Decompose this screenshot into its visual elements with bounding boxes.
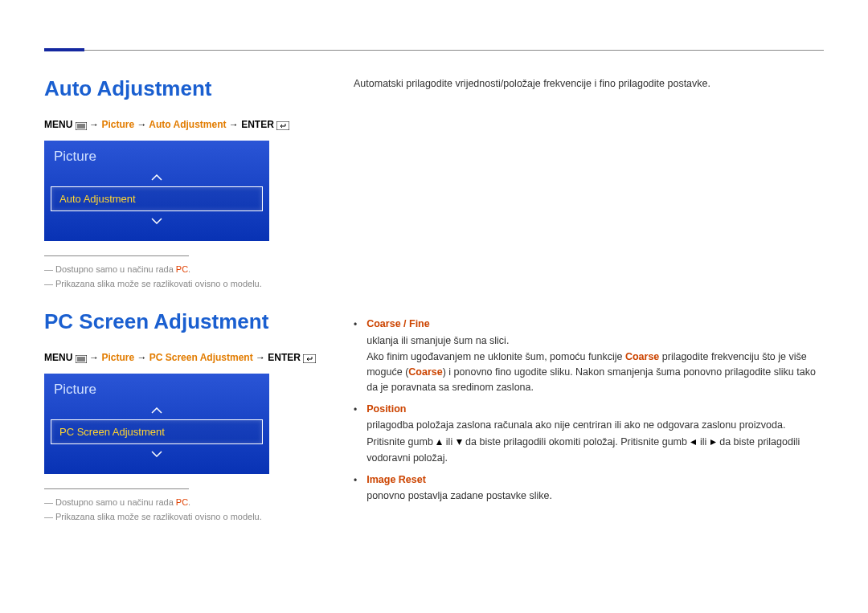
panel-title: Picture <box>51 147 263 168</box>
bullet-text: ili <box>697 436 709 447</box>
breadcrumb-arrow: → <box>137 352 146 363</box>
menu-item-pc-screen-adjustment[interactable]: PC Screen Adjustment <box>51 419 263 444</box>
bullet-text: ili <box>443 436 455 447</box>
divider <box>44 255 189 256</box>
bullet-text: uklanja ili smanjuje šum na slici. <box>366 333 824 349</box>
inline-coarse: Coarse <box>408 366 442 378</box>
inline-coarse: Coarse <box>625 351 659 362</box>
note-pc: PC <box>176 264 188 274</box>
note-text: Dostupno samo u načinu rada <box>55 264 176 274</box>
breadcrumb-auto-adj: Auto Adjustment <box>149 119 226 130</box>
svg-marker-10 <box>436 439 442 445</box>
triangle-down-icon <box>456 435 463 451</box>
bullet-image-reset: • Image Reset ponovno postavlja zadane p… <box>354 472 824 505</box>
breadcrumb-pc-screen-adj: PC Screen Adjustment <box>149 352 253 363</box>
breadcrumb-arrow: → <box>137 119 146 130</box>
breadcrumb-enter: ENTER <box>268 352 301 363</box>
bullet-text: Pritisnite gumb <box>366 436 436 447</box>
breadcrumb-arrow: → <box>89 352 99 363</box>
bullet-position: • Position prilagodba položaja zaslona r… <box>354 402 824 466</box>
note-text: . <box>188 264 190 274</box>
breadcrumb-arrow: → <box>256 352 265 363</box>
menu-panel-picture-2: Picture PC Screen Adjustment <box>44 374 269 474</box>
bullet-text: prilagodba položaja zaslona računala ako… <box>366 418 824 433</box>
menu-icon <box>76 353 87 364</box>
enter-icon <box>303 353 316 364</box>
bullet-dot-icon: • <box>354 472 357 505</box>
divider <box>44 488 189 489</box>
breadcrumb-picture: Picture <box>101 352 134 363</box>
breadcrumb-pc-screen-adjustment: MENU → Picture → PC Screen Adjustment → … <box>44 352 338 364</box>
note-text: . <box>188 497 190 507</box>
svg-marker-11 <box>457 439 462 445</box>
note-pc: PC <box>176 497 188 507</box>
header-rule <box>44 50 824 51</box>
breadcrumb-arrow: → <box>229 119 239 130</box>
section-title-auto-adjustment: Auto Adjustment <box>44 76 338 101</box>
breadcrumb-enter: ENTER <box>241 119 274 130</box>
panel-title: Picture <box>51 380 263 401</box>
menu-icon <box>76 120 87 131</box>
section-title-pc-screen-adjustment: PC Screen Adjustment <box>44 309 338 334</box>
bullet-text: Ako finim ugođavanjem ne uklonite šum, p… <box>366 349 824 394</box>
triangle-up-icon <box>436 435 443 451</box>
menu-panel-picture-1: Picture Auto Adjustment <box>44 141 269 241</box>
bullet-label: Image Reset <box>366 472 824 488</box>
bullet-text: Pritisnite gumb ili da biste prilagodili… <box>366 435 824 466</box>
intro-text: Automatski prilagodite vrijednosti/polož… <box>354 76 824 92</box>
chevron-up-icon[interactable] <box>51 168 263 186</box>
right-column: Automatski prilagodite vrijednosti/polož… <box>354 76 824 526</box>
left-column: Auto Adjustment MENU → Picture → Auto Ad… <box>44 76 354 526</box>
bullet-label: Coarse / Fine <box>366 317 824 332</box>
breadcrumb-menu: MENU <box>44 119 72 130</box>
breadcrumb-picture: Picture <box>101 119 134 130</box>
svg-marker-12 <box>690 439 696 445</box>
chevron-down-icon[interactable] <box>51 211 263 230</box>
note-model-differs: Prikazana slika može se razlikovati ovis… <box>44 512 338 521</box>
svg-marker-13 <box>710 439 716 445</box>
bullet-label: Position <box>366 402 824 417</box>
note-pc-only: Dostupno samo u načinu rada PC. <box>44 264 338 274</box>
menu-item-auto-adjustment[interactable]: Auto Adjustment <box>51 186 263 211</box>
bullet-text: ponovno postavlja zadane postavke slike. <box>366 488 824 504</box>
note-pc-only: Dostupno samo u načinu rada PC. <box>44 497 338 507</box>
bullet-text: Ako finim ugođavanjem ne uklonite šum, p… <box>366 351 625 362</box>
bullet-text: da biste prilagodili okomiti položaj. Pr… <box>463 436 690 447</box>
bullet-coarse-fine: • Coarse / Fine uklanja ili smanjuje šum… <box>354 317 824 395</box>
note-text: Dostupno samo u načinu rada <box>55 497 176 507</box>
note-model-differs: Prikazana slika može se razlikovati ovis… <box>44 279 338 288</box>
triangle-right-icon <box>710 435 717 451</box>
breadcrumb-arrow: → <box>89 119 99 130</box>
bullet-dot-icon: • <box>354 317 357 395</box>
header-accent <box>44 48 84 51</box>
enter-icon <box>276 120 289 131</box>
chevron-down-icon[interactable] <box>51 444 263 463</box>
chevron-up-icon[interactable] <box>51 401 263 419</box>
bullet-dot-icon: • <box>354 402 357 466</box>
breadcrumb-menu: MENU <box>44 352 72 363</box>
breadcrumb-auto-adjustment: MENU → Picture → Auto Adjustment → ENTER <box>44 119 338 131</box>
